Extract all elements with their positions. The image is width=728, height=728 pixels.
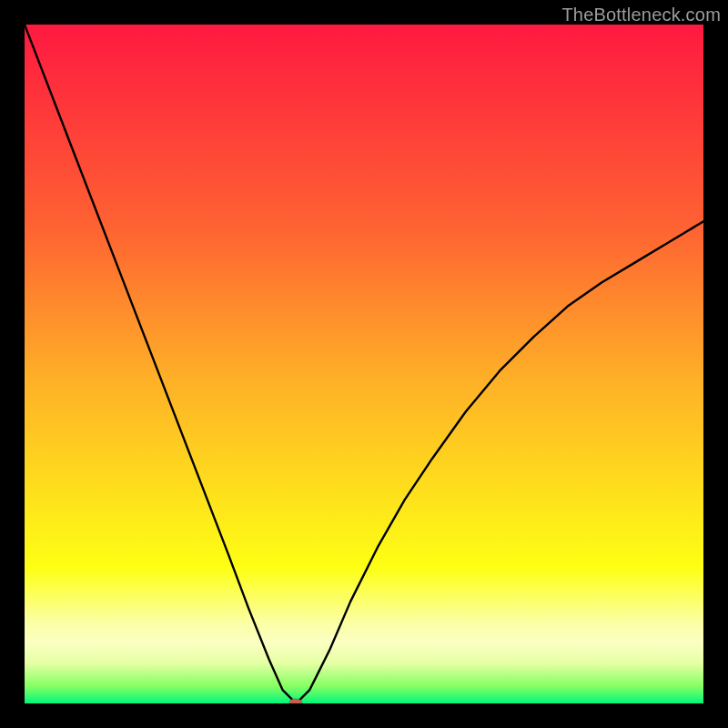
plot-svg [25,25,703,703]
plot-area [25,25,703,703]
gradient-background [25,25,703,703]
marker-dot [289,699,302,703]
chart-frame: TheBottleneck.com [0,0,728,728]
watermark-label: TheBottleneck.com [561,5,721,25]
